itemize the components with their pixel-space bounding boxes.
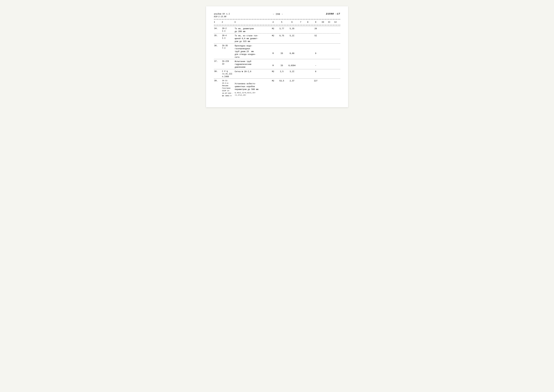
row-35-ref: 20-4I-I	[222, 35, 234, 40]
row-38-desc: Сетка № 20-I,6	[234, 70, 269, 73]
table-row: 34. 20-2I-I То же, диаметромдо 200 мм М2…	[214, 26, 340, 33]
row-35-desc: То же, из стали тол-щиной 0,6 мм диамет-…	[234, 35, 269, 43]
row-39-col4: 53,5	[277, 80, 287, 82]
row-37-col8: –	[312, 60, 320, 67]
table-row: 35. 20-4I-I То же, из стали тол-щиной 0,…	[214, 33, 340, 43]
col-header-4: 4	[269, 21, 277, 23]
row-38-col5: 3,2I	[287, 70, 298, 73]
row-39-col8: I27	[312, 80, 320, 82]
row-34-ref: 20-2I-I	[222, 27, 234, 33]
row-37-col5: 0,0394	[287, 60, 298, 67]
row-37-num: 37.	[214, 60, 222, 63]
row-36-ref: I6-357-I	[222, 44, 234, 50]
row-39-unit: М2	[269, 80, 277, 82]
row-35-unit: М2	[269, 35, 277, 37]
header-area: альбом ХУ ч.I 810-1-13.86 - I90 - 21598 …	[214, 13, 340, 18]
header-dashed-line	[214, 19, 340, 19]
row-37-desc: Испытание трубгидравлическимдавлением	[234, 60, 269, 69]
table-row: 37. I6-2I922 Испытание трубгидравлически…	[214, 59, 340, 69]
col-header-2: 2	[222, 21, 234, 23]
row-39-ref: I8-I324-4-аПисьмоГосстрояСССР от14.07.83…	[222, 80, 234, 97]
row-35-col4: 9,75	[277, 35, 287, 37]
row-37-ref: I6-2I922	[222, 60, 234, 65]
row-38-num: 38.	[214, 70, 222, 73]
col-header-3: 3	[234, 21, 269, 23]
row-35-num: 35.	[214, 35, 222, 37]
col-header-7: 7	[298, 21, 304, 23]
row-34-num: 34.	[214, 27, 222, 30]
row-36-unit: М	[269, 44, 277, 55]
document-page: альбом ХУ ч.I 810-1-13.86 - I90 - 21598 …	[206, 6, 348, 107]
row-35-col5: 5,2I	[287, 35, 298, 37]
row-34-col5: 5,35	[287, 27, 298, 30]
row-36-num: 36.	[214, 44, 222, 47]
row-39-col5: 2,37	[287, 80, 298, 82]
column-headers: I 2 3 4 5 6 7 8 9 IO II I2	[214, 20, 340, 24]
album-label: альбом ХУ ч.I 810-1-13.86	[214, 13, 230, 18]
row-34-unit: М2	[269, 27, 277, 30]
row-39-num: 39.	[214, 80, 222, 82]
row-34-col8: 20	[312, 27, 320, 30]
col-header-10: IO	[320, 21, 326, 23]
row-35-col8: 5I	[312, 35, 320, 37]
table-row: 36. I6-357-I Прокладка водо-газопроводны…	[214, 43, 340, 59]
row-39-desc: Установка асбесто-цементных коробовперим…	[234, 80, 269, 99]
col-header-1: I	[214, 21, 222, 23]
col-header-6: 6	[287, 21, 298, 23]
col-header-8: 8	[304, 21, 312, 23]
row-34-col4: 3,77	[277, 27, 287, 30]
row-37-unit: М	[269, 60, 277, 67]
row-38-ref: С Р Цгл.4ч.IIIп.I489	[222, 70, 234, 78]
row-38-col4: 2,5	[277, 70, 287, 73]
row-36-desc: Прокладка водо-газопроводныхтруб диам.15…	[234, 44, 269, 59]
table-row: 39. I8-I324-4-аПисьмоГосстрояСССР от14.0…	[214, 78, 340, 100]
row-36-col8: 9	[312, 44, 320, 55]
row-38-unit: М2	[269, 70, 277, 73]
album-code: 810-1-13.86	[214, 15, 230, 18]
header-center: - I90 -	[273, 13, 283, 15]
row-36-col5: 0,86	[287, 44, 298, 55]
row-39-formula: 0,46хI,I2+0,0IхI,I5++I,47хI,25=	[235, 92, 269, 97]
row-36-col4: IO	[277, 44, 287, 55]
col-header-9: 9	[312, 21, 320, 23]
col-header-12: I2	[332, 21, 339, 23]
col-headers-dashed-line	[214, 25, 340, 25]
row-34-desc: То же, диаметромдо 200 мм	[234, 27, 269, 33]
table-row: 38. С Р Цгл.4ч.IIIп.I489 Сетка № 20-I,6 …	[214, 69, 340, 78]
header-right: 21598 -17	[326, 13, 340, 15]
album-title: альбом ХУ ч.I	[214, 13, 230, 15]
col-header-11: II	[326, 21, 332, 23]
col-header-5: 5	[277, 21, 287, 23]
row-37-col4: IO	[277, 60, 287, 67]
row-38-col8: 8	[312, 70, 320, 73]
